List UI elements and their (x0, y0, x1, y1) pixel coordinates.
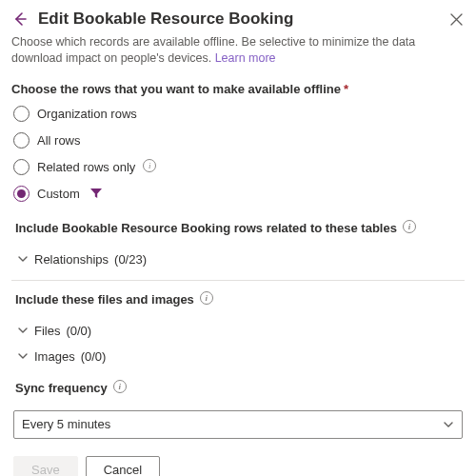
radio-label: Related rows only (37, 160, 135, 174)
divider (11, 280, 465, 281)
panel-header: Edit Bookable Resource Booking (11, 10, 465, 29)
save-button: Save (13, 456, 78, 476)
panel-description: Choose which records are available offli… (11, 34, 465, 67)
required-asterisk: * (344, 82, 348, 96)
images-count: (0/0) (81, 349, 107, 364)
chevron-down-icon (443, 419, 454, 430)
filter-icon[interactable] (89, 187, 103, 200)
radio-label: Organization rows (37, 107, 137, 121)
back-button[interactable] (11, 10, 29, 28)
chevron-down-icon (17, 325, 29, 336)
description-text: Choose which records are available offli… (11, 35, 415, 65)
learn-more-link[interactable]: Learn more (215, 51, 276, 65)
info-icon[interactable]: i (403, 220, 416, 233)
radio-all-rows[interactable]: All rows (13, 132, 465, 149)
radio-icon (13, 186, 30, 202)
edit-offline-panel: Edit Bookable Resource Booking Choose wh… (0, 0, 476, 476)
radio-label: All rows (37, 133, 81, 148)
radio-related-rows-only[interactable]: Related rows only i (13, 159, 465, 175)
rows-section-label: Choose the rows that you want to make av… (11, 82, 465, 96)
sync-frequency-label: Sync frequency i (15, 381, 465, 395)
images-label: Images (34, 349, 75, 364)
relationships-collapser[interactable]: Relationships (0/23) (17, 252, 465, 267)
close-icon (450, 13, 463, 26)
arrow-left-icon (12, 11, 28, 27)
rows-section-label-text: Choose the rows that you want to make av… (11, 82, 341, 96)
radio-icon (13, 132, 30, 149)
radio-organization-rows[interactable]: Organization rows (13, 106, 465, 122)
sync-frequency-select[interactable]: Every 5 minutes (13, 410, 463, 439)
chevron-down-icon (17, 350, 29, 362)
info-icon[interactable]: i (143, 159, 156, 172)
chevron-down-icon (17, 253, 29, 265)
images-collapser[interactable]: Images (0/0) (17, 349, 465, 364)
files-collapser[interactable]: Files (0/0) (17, 324, 465, 338)
cancel-button[interactable]: Cancel (86, 456, 160, 476)
radio-icon (13, 106, 30, 122)
sync-frequency-label-text: Sync frequency (15, 381, 108, 395)
relationships-count: (0/23) (114, 252, 147, 267)
radio-icon (13, 159, 30, 175)
sync-frequency-value: Every 5 minutes (22, 417, 110, 431)
radio-custom[interactable]: Custom (13, 186, 465, 202)
files-images-label: Include these files and images i (15, 292, 465, 307)
files-count: (0/0) (66, 324, 91, 338)
close-button[interactable] (447, 10, 465, 28)
files-images-label-text: Include these files and images (15, 292, 194, 307)
panel-title: Edit Bookable Resource Booking (38, 10, 438, 29)
files-label: Files (34, 324, 60, 338)
footer: Save Cancel (13, 456, 465, 476)
info-icon[interactable]: i (113, 380, 127, 393)
rows-radio-group: Organization rows All rows Related rows … (13, 106, 465, 202)
related-tables-label-text: Include Bookable Resource Booking rows r… (15, 221, 397, 235)
relationships-label: Relationships (34, 252, 109, 267)
info-icon[interactable]: i (200, 291, 213, 305)
radio-label: Custom (37, 187, 80, 201)
related-tables-label: Include Bookable Resource Booking rows r… (15, 221, 465, 235)
